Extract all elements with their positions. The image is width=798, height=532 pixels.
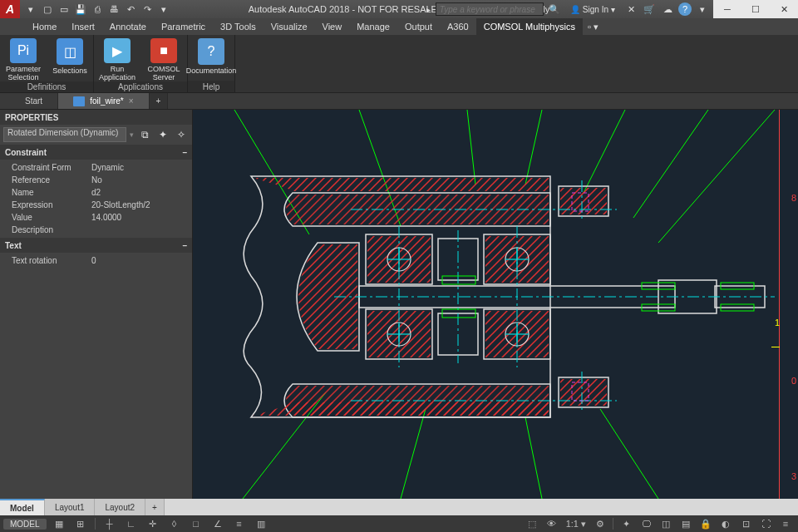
transparency-icon[interactable]: ▥ bbox=[252, 516, 270, 531]
osnap-icon[interactable]: □ bbox=[187, 516, 205, 531]
new-icon[interactable]: ▢ bbox=[40, 2, 55, 17]
app-logo[interactable]: A bbox=[0, 0, 20, 18]
section-header-text[interactable]: Text– bbox=[0, 238, 192, 253]
model-space-button[interactable]: MODEL bbox=[3, 519, 47, 530]
gear-icon[interactable]: ⚙ bbox=[591, 516, 609, 531]
properties-header: PROPERTIES bbox=[0, 110, 192, 125]
ribbon-group-label: Definitions bbox=[0, 81, 93, 92]
properties-toolbar: Rotated Dimension (Dynamic) ▾ ⧉ ✦ ✧ bbox=[0, 125, 192, 145]
print-icon[interactable]: 🖶 bbox=[106, 2, 121, 17]
property-row[interactable]: ReferenceNo bbox=[0, 174, 192, 186]
section-title: Constraint bbox=[5, 148, 47, 157]
annotation-scale-icon[interactable]: ⬚ bbox=[523, 516, 541, 531]
document-tab[interactable]: Start bbox=[10, 93, 58, 109]
quickprops-icon[interactable]: ▤ bbox=[677, 516, 695, 531]
lock-icon[interactable]: 🔒 bbox=[697, 516, 715, 531]
menu-dropdown-icon[interactable]: ▾ bbox=[23, 2, 38, 17]
ortho-icon[interactable]: ∟ bbox=[122, 516, 140, 531]
tab-overflow-icon[interactable]: ▫ ▾ bbox=[588, 18, 598, 35]
property-label: Reference bbox=[0, 175, 91, 185]
section-header-constraint[interactable]: Constraint– bbox=[0, 145, 192, 160]
tab-3d-tools[interactable]: 3D Tools bbox=[213, 18, 264, 35]
snap-icon[interactable]: ⊞ bbox=[71, 516, 90, 531]
layout-tab-layout2[interactable]: Layout2 bbox=[95, 499, 145, 515]
tab-manage[interactable]: Manage bbox=[349, 18, 397, 35]
constraint-icon[interactable]: ┼ bbox=[101, 516, 119, 531]
property-value[interactable]: Dynamic bbox=[91, 163, 192, 172]
property-value[interactable]: No bbox=[91, 175, 192, 185]
drawing-canvas[interactable]: 8 0 3 1 bbox=[193, 110, 798, 499]
tab-output[interactable]: Output bbox=[397, 18, 440, 35]
ribbon-group-definitions: PiParameter Selection◫SelectionsDefiniti… bbox=[0, 35, 94, 92]
properties-object-select[interactable]: Rotated Dimension (Dynamic) bbox=[3, 127, 126, 142]
tab-insert[interactable]: Insert bbox=[64, 18, 102, 35]
hardware-icon[interactable]: ⊡ bbox=[736, 516, 755, 531]
minimize-button[interactable]: ─ bbox=[713, 0, 741, 18]
property-row[interactable]: Expression20-SlotLength/2 bbox=[0, 199, 192, 211]
property-row[interactable]: Constraint FormDynamic bbox=[0, 161, 192, 174]
customize-icon[interactable]: ≡ bbox=[776, 516, 795, 531]
isolate-icon[interactable]: ◐ bbox=[717, 516, 735, 531]
help-icon[interactable]: ? bbox=[678, 2, 692, 16]
exchange-icon[interactable]: ✕ bbox=[623, 2, 638, 17]
tab-home[interactable]: Home bbox=[25, 18, 64, 35]
property-row[interactable]: Value14.0000 bbox=[0, 211, 192, 224]
new-tab-button[interactable]: + bbox=[150, 93, 169, 109]
qat-dropdown-icon[interactable]: ▾ bbox=[156, 2, 171, 17]
tab-annotate[interactable]: Annotate bbox=[102, 18, 154, 35]
documentation-icon: ? bbox=[198, 38, 224, 65]
close-button[interactable]: ✕ bbox=[770, 0, 798, 18]
toggle-pim-icon[interactable]: ✧ bbox=[174, 127, 189, 142]
grid-icon[interactable]: ▦ bbox=[50, 516, 68, 531]
property-value[interactable]: 0 bbox=[91, 256, 192, 265]
ruler-mark: 3 bbox=[791, 471, 796, 481]
run-application-button[interactable]: ▶Run Application bbox=[94, 35, 140, 81]
tab-parametric[interactable]: Parametric bbox=[154, 18, 213, 35]
help-dropdown-icon[interactable]: ▾ bbox=[695, 2, 710, 17]
monitor-icon[interactable]: 🖵 bbox=[637, 516, 655, 531]
document-tab[interactable]: foil_wire*× bbox=[58, 93, 149, 109]
maximize-button[interactable]: ☐ bbox=[741, 0, 770, 18]
saveas-icon[interactable]: ⎙ bbox=[90, 2, 105, 17]
comsol-server-button[interactable]: ■COMSOL Server bbox=[140, 35, 187, 81]
tab-a360[interactable]: A360 bbox=[440, 18, 476, 35]
save-icon[interactable]: 💾 bbox=[73, 2, 88, 17]
lineweight-icon[interactable]: ≡ bbox=[230, 516, 249, 531]
new-layout-button[interactable]: + bbox=[145, 499, 165, 515]
tab-visualize[interactable]: Visualize bbox=[264, 18, 315, 35]
redo-icon[interactable]: ↷ bbox=[140, 2, 155, 17]
property-row[interactable]: Named2 bbox=[0, 186, 192, 199]
property-value[interactable]: 20-SlotLength/2 bbox=[91, 200, 192, 209]
chevron-down-icon: ▾ bbox=[130, 131, 134, 139]
property-value[interactable]: d2 bbox=[91, 188, 192, 197]
select-objects-icon[interactable]: ✦ bbox=[155, 127, 170, 142]
documentation-button[interactable]: ?Documentation bbox=[188, 35, 234, 81]
tab-view[interactable]: View bbox=[315, 18, 350, 35]
property-value[interactable]: 14.0000 bbox=[91, 213, 192, 222]
cloud-icon[interactable]: ☁ bbox=[660, 2, 675, 17]
parameter-selection-button[interactable]: PiParameter Selection bbox=[0, 35, 47, 81]
open-icon[interactable]: ▭ bbox=[57, 2, 71, 17]
property-row[interactable]: Description bbox=[0, 224, 192, 236]
property-label: Description bbox=[0, 225, 91, 234]
workspace-icon[interactable]: ✦ bbox=[617, 516, 635, 531]
cleanscreen-icon[interactable]: ⛶ bbox=[756, 516, 775, 531]
otrack-icon[interactable]: ∠ bbox=[209, 516, 227, 531]
property-row[interactable]: Text rotation0 bbox=[0, 254, 192, 267]
tab-comsol-multiphysics[interactable]: COMSOL Multiphysics bbox=[476, 18, 583, 35]
layout-tab-model[interactable]: Model bbox=[0, 499, 45, 515]
cart-icon[interactable]: 🛒 bbox=[642, 2, 657, 17]
isodraft-icon[interactable]: ◊ bbox=[165, 516, 184, 531]
layout-tab-layout1[interactable]: Layout1 bbox=[45, 499, 96, 515]
undo-icon[interactable]: ↶ bbox=[123, 2, 138, 17]
signin-button[interactable]: 👤 Sign In ▾ bbox=[565, 5, 620, 14]
selections-button[interactable]: ◫Selections bbox=[47, 35, 93, 81]
scale-button[interactable]: 1:1 ▾ bbox=[563, 516, 589, 531]
close-icon[interactable]: × bbox=[129, 96, 134, 106]
quick-select-icon[interactable]: ⧉ bbox=[137, 127, 152, 142]
polar-icon[interactable]: ✛ bbox=[144, 516, 162, 531]
annotation-vis-icon[interactable]: 👁 bbox=[543, 516, 561, 531]
search-submit-icon[interactable]: 🔍 bbox=[547, 2, 562, 17]
units-icon[interactable]: ◫ bbox=[657, 516, 675, 531]
search-input[interactable] bbox=[436, 2, 544, 16]
